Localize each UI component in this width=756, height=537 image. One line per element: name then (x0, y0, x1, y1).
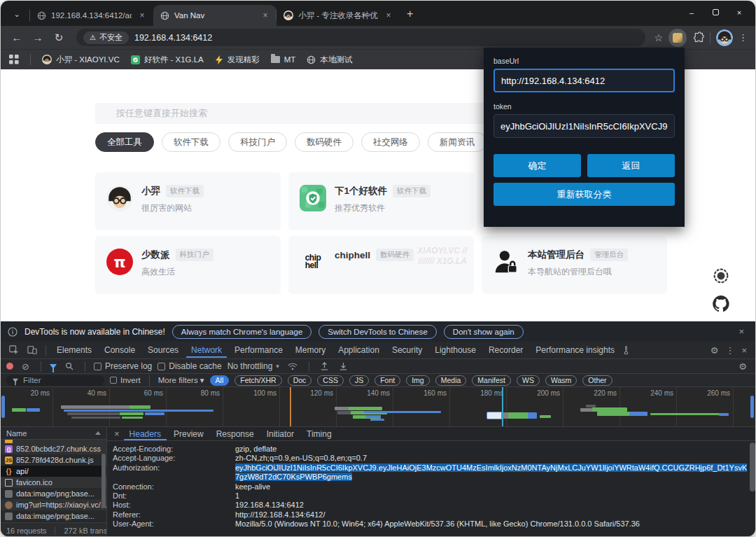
card-xiaoyi[interactable]: 小羿软件下载 很厉害的网站 (95, 172, 281, 230)
tab-search-button[interactable]: ⌄ (8, 7, 26, 21)
chip-software[interactable]: 软件下载 (162, 132, 220, 152)
tab-console[interactable]: Console (99, 342, 140, 358)
card-admin[interactable]: 本站管理后台管理后台 本导航站的管理后台哦 (482, 236, 667, 294)
chip-social[interactable]: 社交网络 (361, 132, 420, 152)
apps-grid-icon[interactable] (9, 55, 19, 64)
bookmark-local-test[interactable]: 本地测试 (307, 55, 352, 65)
tab-close-icon[interactable]: × (260, 11, 271, 20)
chip-news[interactable]: 新闻资讯 (428, 132, 486, 152)
chrome-menu-icon[interactable]: ⋮ (738, 32, 748, 43)
tab-van-nav[interactable]: Van Nav × (153, 5, 276, 26)
refetch-categories-button[interactable]: 重新获取分类 (493, 183, 675, 206)
card-next-soft[interactable]: 下1个好软件软件下载 推荐优秀软件 (288, 172, 474, 230)
request-row-chunk-js[interactable]: JS852.78fd428d.chunk.js (1, 454, 106, 466)
disable-cache-checkbox[interactable]: Disable cache (158, 361, 221, 371)
reload-button[interactable]: ↻ (50, 32, 68, 44)
clear-network-log-icon[interactable]: ⊘ (19, 361, 32, 372)
filter-pill-css[interactable]: CSS (317, 375, 344, 386)
detail-tab-initiator[interactable]: Initiator (261, 428, 300, 440)
detail-tab-preview[interactable]: Preview (168, 428, 209, 440)
overview-right-handle[interactable] (750, 396, 754, 418)
filter-pill-font[interactable]: Font (374, 375, 400, 386)
throttling-dropdown[interactable]: No throttling▾ (227, 361, 279, 371)
card-chiphell[interactable]: chiphell chiphell数码硬件 XIAOYI.VC // /////… (288, 236, 474, 294)
detail-scrollbar[interactable] (750, 442, 755, 491)
device-toolbar-icon[interactable] (24, 345, 40, 355)
filter-pill-all[interactable]: All (210, 375, 230, 386)
request-row-favicon[interactable]: favicon.ico (1, 477, 106, 488)
maximize-button[interactable] (704, 8, 727, 17)
filter-pill-doc[interactable]: Doc (288, 375, 312, 386)
tab-elements[interactable]: Elements (52, 342, 97, 358)
card-sspai[interactable]: π 少数派科技门户 高效生活 (95, 236, 281, 294)
baseurl-input[interactable] (493, 69, 675, 92)
address-bar[interactable]: ⚠ 不安全 192.168.4.134:6412 (76, 29, 645, 46)
tab-network[interactable]: Network (186, 342, 227, 358)
profile-avatar[interactable] (716, 29, 733, 46)
filter-funnel-icon[interactable] (50, 364, 57, 369)
search-icon[interactable] (62, 362, 76, 370)
network-conditions-icon[interactable] (285, 363, 300, 370)
detail-tab-response[interactable]: Response (211, 428, 260, 440)
request-row-imgurl[interactable]: img?url=https://xiaoyi.vc/... (1, 499, 106, 510)
detail-tab-headers[interactable]: Headers (124, 428, 167, 440)
bookmark-x1g[interactable]: 好软件 - X1G.LA (131, 55, 204, 65)
authorization-token-highlighted[interactable]: eyJhbGciOiJIUzI1NiIsInR5cCI6IkpXVCJ9.eyJ… (235, 463, 747, 481)
network-settings-gear-icon[interactable]: ⚙ (736, 361, 750, 372)
invert-checkbox[interactable]: Invert (110, 376, 141, 384)
github-icon[interactable] (712, 295, 730, 313)
devtools-settings-gear-icon[interactable]: ⚙ (708, 345, 722, 356)
filter-input[interactable]: Filter (6, 375, 104, 386)
tab-close-icon[interactable]: × (383, 11, 394, 20)
security-chip[interactable]: ⚠ 不安全 (83, 32, 129, 44)
filter-pill-manifest[interactable]: Manifest (472, 375, 511, 386)
filter-pill-ws[interactable]: WS (517, 375, 540, 386)
tab-memory[interactable]: Memory (290, 342, 330, 358)
tab-recorder[interactable]: Recorder (484, 342, 528, 358)
inspect-element-icon[interactable] (6, 345, 22, 355)
detail-tab-timing[interactable]: Timing (301, 428, 337, 440)
filter-pill-img[interactable]: Img (406, 375, 430, 386)
back-button-popup[interactable]: 返回 (587, 154, 675, 177)
banner-switch-chinese-button[interactable]: Switch DevTools to Chinese (318, 325, 437, 339)
confirm-button[interactable]: 确定 (493, 154, 581, 177)
token-input[interactable] (493, 114, 675, 138)
extensions-puzzle-icon[interactable] (692, 32, 704, 43)
tab-sources[interactable]: Sources (143, 342, 183, 358)
request-row-chunk-css[interactable]: {}852.0bcbdc27.chunk.css (1, 443, 106, 454)
request-list-header[interactable]: Name (1, 427, 106, 440)
banner-match-language-button[interactable]: Always match Chrome's language (172, 325, 312, 339)
tab-performance[interactable]: Performance (230, 342, 288, 358)
filter-pill-other[interactable]: Other (582, 375, 612, 386)
devtools-close-icon[interactable]: × (738, 345, 750, 356)
tab-application[interactable]: Application (333, 342, 384, 358)
active-extension-icon[interactable] (668, 29, 687, 47)
export-har-icon[interactable] (337, 362, 350, 370)
request-row-dataimage-1[interactable]: data:image/png;base... (1, 488, 106, 499)
overview-left-handle[interactable] (1, 396, 5, 418)
request-row-api[interactable]: {}api/ (1, 466, 106, 477)
preserve-log-checkbox[interactable]: Preserve log (94, 361, 152, 371)
close-window-button[interactable]: × (727, 8, 751, 17)
tab-close-icon[interactable]: × (136, 11, 148, 20)
request-row-dataimage-2[interactable]: data:image/png;base... (1, 510, 106, 522)
request-list-scrollbar[interactable] (102, 454, 106, 508)
filter-pill-media[interactable]: Media (435, 375, 467, 386)
bookmark-xiaoyi[interactable]: 小羿 - XIAOYI.VC (42, 55, 120, 65)
import-har-icon[interactable] (318, 362, 331, 370)
filter-pill-wasm[interactable]: Wasm (545, 375, 577, 386)
tab-security[interactable]: Security (387, 342, 427, 358)
chip-hardware[interactable]: 数码硬件 (295, 132, 354, 152)
waterfall-overview[interactable]: 20 ms40 ms60 ms80 ms100 ms120 ms140 ms16… (1, 387, 755, 427)
scroll-up-arrow-icon[interactable] (95, 431, 101, 435)
more-filters-dropdown[interactable]: More filters ▾ (158, 375, 204, 385)
minimize-button[interactable]: – (680, 8, 704, 17)
close-detail-icon[interactable]: × (111, 428, 122, 439)
devtools-menu-icon[interactable]: ⋮ (722, 345, 737, 356)
back-button[interactable]: ← (8, 32, 26, 43)
tab-xiaoyi[interactable]: 小羿 - 专注收录各种优秀软件! × (276, 5, 400, 26)
new-tab-button[interactable]: + (407, 8, 413, 20)
bookmark-faxian[interactable]: 发现精彩 (215, 55, 260, 65)
theme-toggle-sun-icon[interactable] (712, 267, 730, 285)
chip-tech-portal[interactable]: 科技门户 (228, 132, 287, 152)
